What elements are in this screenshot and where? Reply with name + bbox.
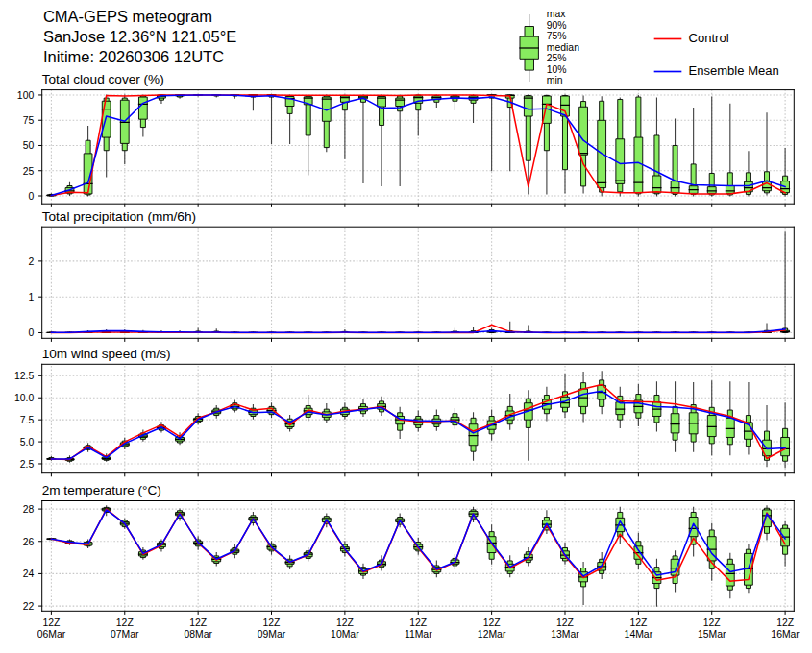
svg-text:12Z: 12Z (189, 617, 208, 628)
svg-text:22: 22 (23, 601, 35, 612)
svg-text:28: 28 (23, 504, 35, 515)
svg-text:09Mar: 09Mar (258, 629, 286, 640)
svg-text:12Z: 12Z (42, 617, 61, 628)
svg-text:Control: Control (689, 31, 729, 45)
svg-text:CMA-GEPS meteogram: CMA-GEPS meteogram (43, 8, 212, 26)
svg-text:50: 50 (23, 140, 35, 151)
svg-text:75: 75 (23, 115, 35, 126)
svg-text:12.5: 12.5 (14, 371, 34, 381)
svg-text:07Mar: 07Mar (111, 629, 139, 640)
svg-text:min: min (547, 75, 563, 85)
svg-text:13Mar: 13Mar (551, 629, 579, 640)
svg-text:11Mar: 11Mar (405, 629, 432, 640)
svg-text:12Z: 12Z (629, 617, 648, 628)
svg-text:12Z: 12Z (703, 617, 722, 628)
svg-text:16Mar: 16Mar (771, 629, 800, 640)
svg-text:1: 1 (28, 292, 34, 302)
svg-text:15Mar: 15Mar (698, 629, 726, 640)
svg-text:median: median (547, 42, 579, 53)
svg-text:06Mar: 06Mar (37, 629, 66, 640)
svg-text:25: 25 (23, 166, 35, 177)
svg-text:7.5: 7.5 (20, 415, 35, 425)
svg-text:12Z: 12Z (116, 617, 135, 628)
svg-text:26: 26 (23, 537, 35, 547)
svg-text:12Z: 12Z (336, 617, 355, 628)
svg-text:2m temperature (°C): 2m temperature (°C) (42, 483, 161, 497)
svg-text:12Z: 12Z (483, 617, 502, 628)
svg-text:5.0: 5.0 (20, 437, 35, 447)
svg-text:10Mar: 10Mar (331, 629, 359, 640)
svg-text:10m wind speed (m/s): 10m wind speed (m/s) (42, 347, 171, 361)
svg-text:max: max (547, 9, 566, 19)
svg-text:12Mar: 12Mar (478, 629, 506, 640)
svg-text:75%: 75% (547, 31, 567, 41)
svg-text:12Z: 12Z (556, 617, 575, 628)
svg-text:12Z: 12Z (263, 617, 282, 628)
svg-text:25%: 25% (547, 53, 567, 63)
svg-text:Total precipitation (mm/6h): Total precipitation (mm/6h) (42, 209, 196, 224)
svg-text:Total cloud cover (%): Total cloud cover (%) (42, 72, 164, 86)
svg-text:Initime: 20260306 12UTC: Initime: 20260306 12UTC (43, 48, 224, 66)
svg-text:10.0: 10.0 (14, 393, 34, 403)
svg-text:0: 0 (28, 191, 34, 202)
svg-text:2: 2 (28, 256, 34, 267)
svg-text:SanJose 12.36°N 121.05°E: SanJose 12.36°N 121.05°E (43, 28, 236, 46)
svg-text:10%: 10% (547, 64, 567, 75)
svg-text:2.5: 2.5 (20, 459, 35, 470)
svg-text:24: 24 (23, 568, 35, 579)
svg-text:14Mar: 14Mar (625, 629, 653, 640)
svg-text:08Mar: 08Mar (184, 629, 212, 640)
svg-text:12Z: 12Z (776, 617, 795, 628)
svg-text:12Z: 12Z (409, 617, 428, 628)
svg-text:100: 100 (17, 90, 35, 101)
svg-text:0: 0 (28, 327, 34, 338)
svg-text:90%: 90% (547, 20, 567, 31)
svg-text:Ensemble Mean: Ensemble Mean (689, 63, 779, 78)
